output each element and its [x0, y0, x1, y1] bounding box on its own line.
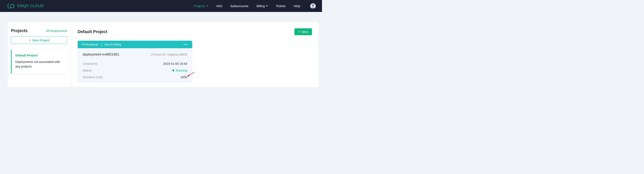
nav-help-label: Help	[294, 4, 300, 8]
top-header: EMQX CLOUD Projects VAS Subaccounts Bill…	[0, 0, 322, 12]
card-menu-icon[interactable]: •••	[184, 43, 188, 46]
nav-projects-label: Projects	[194, 4, 205, 8]
projects-sidebar: Projects All Deployments + New Project D…	[8, 22, 71, 87]
main-layout: Projects All Deployments + New Project D…	[0, 12, 322, 87]
svg-point-1	[312, 4, 314, 6]
new-deployment-button[interactable]: + New	[294, 28, 312, 35]
sessions-label: Sessions Limit:	[83, 76, 103, 79]
sidebar-header: Projects All Deployments	[11, 28, 67, 36]
new-button-label: New	[302, 30, 308, 34]
sessions-value: 1000	[180, 76, 187, 79]
status-row: Status: Running	[83, 67, 187, 74]
status-label: Status:	[83, 69, 92, 72]
sidebar-title: Projects	[11, 28, 28, 33]
nav-subaccounts-label: Subaccounts	[230, 4, 248, 8]
deployment-region: US East (N. Virginia) (AWS)	[151, 53, 187, 56]
sidebar-project-card[interactable]: Default Project Deployments not associat…	[11, 50, 67, 74]
plus-icon: +	[29, 39, 31, 42]
nav-billing[interactable]: Billing	[256, 4, 268, 8]
user-avatar[interactable]	[310, 3, 316, 9]
brand-logo[interactable]: EMQX CLOUD	[8, 3, 44, 8]
page-title: Default Project	[78, 29, 107, 34]
deployment-card-header: Professional | Hourly billing •••	[78, 41, 192, 48]
nav-projects[interactable]: Projects	[194, 4, 208, 8]
brand-text: EMQX CLOUD	[17, 4, 44, 8]
nav-subaccounts[interactable]: Subaccounts	[230, 4, 248, 8]
new-project-button[interactable]: + New Project	[11, 36, 67, 44]
deployment-plan: Professional	[82, 43, 100, 46]
chevron-down-icon	[206, 5, 208, 6]
nav-tickets-label: Tickets	[276, 4, 286, 8]
content-panel: Default Project + New Professional | Hou…	[71, 22, 319, 87]
project-card-title: Default Project	[15, 53, 64, 57]
sessions-row: Sessions Limit: 1000	[83, 74, 187, 81]
nav-vas-label: VAS	[216, 4, 222, 8]
nav-tickets[interactable]: Tickets	[276, 4, 286, 8]
new-project-label: New Project	[32, 38, 50, 42]
created-at-label: Created At:	[83, 62, 98, 65]
created-at-row: Created At: 2023-01-05 15:54	[83, 60, 187, 67]
separator: |	[100, 43, 102, 46]
top-nav: Projects VAS Subaccounts Billing Tickets…	[194, 3, 316, 9]
emqx-logo-icon	[8, 3, 15, 8]
created-at-value: 2023-01-05 15:54	[163, 62, 188, 65]
deployment-name: deployment-m4801481	[83, 52, 119, 57]
deployment-billing: Hourly billing	[102, 43, 121, 46]
chevron-down-icon	[266, 5, 268, 6]
content-header: Default Project + New	[78, 28, 312, 35]
deployment-title-row: deployment-m4801481 US East (N. Virginia…	[83, 52, 187, 57]
deployment-card[interactable]: Professional | Hourly billing ••• deploy…	[78, 41, 192, 83]
all-deployments-link[interactable]: All Deployments	[46, 29, 67, 32]
status-value: Running	[172, 69, 187, 72]
status-dot-icon	[172, 70, 174, 71]
nav-billing-label: Billing	[256, 4, 265, 8]
plus-icon: +	[298, 30, 300, 34]
nav-help[interactable]: Help	[294, 4, 300, 8]
status-text: Running	[176, 69, 187, 72]
nav-vas[interactable]: VAS	[216, 4, 222, 8]
deployment-card-body: deployment-m4801481 US East (N. Virginia…	[78, 48, 192, 83]
project-card-description: Deployments not associated with any proj…	[15, 60, 64, 69]
